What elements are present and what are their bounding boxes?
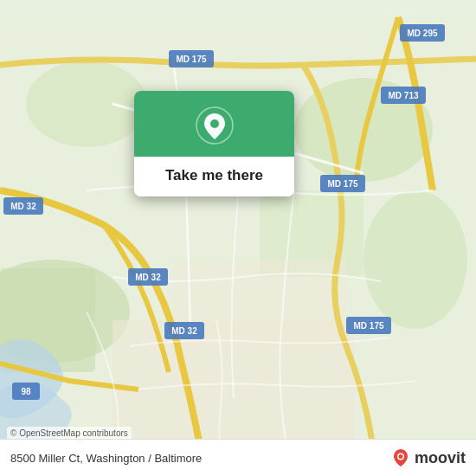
take-me-there-button[interactable]: Take me there bbox=[165, 167, 263, 184]
moovit-pin-icon bbox=[390, 447, 411, 468]
svg-point-6 bbox=[26, 61, 147, 147]
popup-card: Take me there bbox=[134, 91, 294, 196]
map-svg: MD 295 MD 175 MD 713 MD 175 MD 175 MD 32… bbox=[0, 0, 476, 476]
svg-text:MD 175: MD 175 bbox=[353, 321, 383, 331]
svg-point-4 bbox=[363, 190, 467, 329]
address-text: 8500 Miller Ct, Washington / Baltimore bbox=[10, 452, 202, 465]
svg-text:MD 32: MD 32 bbox=[171, 326, 197, 336]
svg-text:MD 175: MD 175 bbox=[176, 55, 206, 64]
svg-text:MD 32: MD 32 bbox=[135, 273, 161, 282]
moovit-logo: moovit bbox=[390, 447, 466, 468]
svg-text:MD 32: MD 32 bbox=[10, 202, 36, 211]
svg-text:MD 295: MD 295 bbox=[407, 29, 437, 38]
location-pin-icon bbox=[196, 106, 234, 145]
moovit-text: moovit bbox=[415, 449, 466, 467]
popup-top bbox=[134, 91, 294, 157]
bottom-bar: 8500 Miller Ct, Washington / Baltimore m… bbox=[0, 439, 476, 476]
map-container: MD 295 MD 175 MD 713 MD 175 MD 175 MD 32… bbox=[0, 0, 476, 476]
osm-attribution: © OpenStreetMap contributors bbox=[7, 427, 132, 440]
svg-text:MD 713: MD 713 bbox=[388, 91, 418, 100]
popup-bottom[interactable]: Take me there bbox=[134, 157, 294, 196]
svg-text:98: 98 bbox=[21, 387, 31, 396]
svg-text:MD 175: MD 175 bbox=[327, 179, 357, 189]
svg-point-28 bbox=[210, 119, 219, 128]
svg-point-30 bbox=[398, 454, 402, 459]
